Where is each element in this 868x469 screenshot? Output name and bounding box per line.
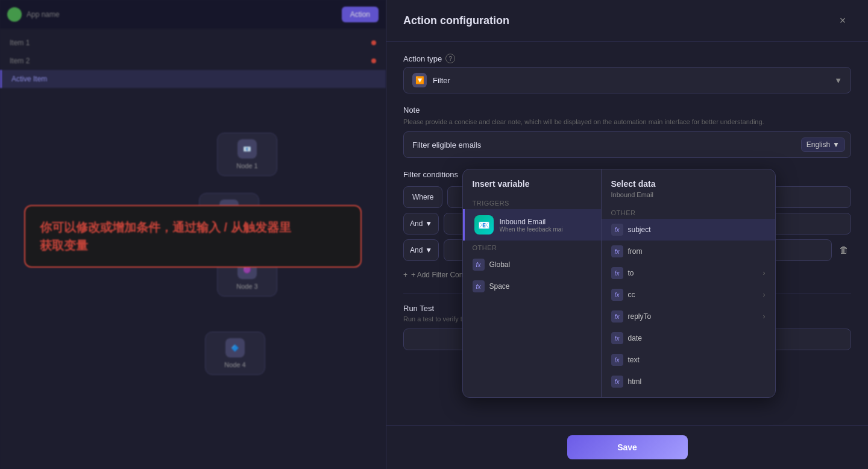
data-item-date-label: date xyxy=(628,334,642,342)
fx-icon-to: fx xyxy=(611,267,623,279)
note-label: Note xyxy=(403,105,851,115)
lang-chevron-icon: ▼ xyxy=(832,140,840,149)
other-section-label: Other xyxy=(463,241,601,254)
filter-icon: 🔽 xyxy=(412,73,427,87)
sidebar-item-active: Active Item xyxy=(0,70,386,88)
top-bar: App name Action xyxy=(0,0,386,29)
data-item-replyto-label: replyTo xyxy=(628,312,652,321)
canvas-area: 📧 Node 1 🔵 Node 2 🟣 Node 3 🔷 Node 4 xyxy=(193,121,386,469)
node-icon-4: 🔷 xyxy=(225,338,245,357)
action-type-value: Filter xyxy=(433,76,450,85)
note-input-wrap: Filter eligible emails English ▼ xyxy=(403,131,851,158)
panel-header: Action configuration × xyxy=(386,0,868,42)
popup-left-panel: Insert variable Triggers 📧 Inbound Email… xyxy=(463,169,602,397)
data-item-html[interactable]: fx html xyxy=(602,371,775,392)
fx-icon-text: fx xyxy=(611,354,623,366)
note-input[interactable]: Filter eligible emails xyxy=(403,131,851,158)
action-type-label: Action type ? xyxy=(403,54,851,63)
sidebar-item-1: Item 1 xyxy=(0,34,386,52)
action-type-dropdown[interactable]: 🔽 Filter ▼ xyxy=(403,67,851,93)
save-button[interactable]: Save xyxy=(567,435,688,459)
fx-icon-space: fx xyxy=(473,280,485,292)
canvas-node-4: 🔷 Node 4 xyxy=(205,332,265,375)
fx-icon-subject: fx xyxy=(611,224,623,236)
triggers-section-label: Triggers xyxy=(463,196,601,209)
dropdown-chevron: ▼ xyxy=(834,76,842,85)
warning-tooltip: 你可以修改或增加条件，通过输入 / 从触发器里 获取变量 xyxy=(24,205,362,268)
sidebar-list: Item 1 Item 2 Active Item xyxy=(0,29,386,93)
fx-icon-replyto: fx xyxy=(611,310,623,323)
app-name-text: App name xyxy=(27,10,60,19)
fx-icon-global: fx xyxy=(473,259,485,271)
data-item-date[interactable]: fx date xyxy=(602,327,775,349)
to-chevron-icon: › xyxy=(763,269,766,277)
left-background-panel: App name Action Item 1 Item 2 Active Ite… xyxy=(0,0,386,469)
sidebar-item-badge-2 xyxy=(371,58,376,63)
data-item-from-label: from xyxy=(628,247,643,256)
select-data-subtitle: Inbound Email xyxy=(602,191,775,206)
fx-icon-date: fx xyxy=(611,332,623,344)
data-item-subject-label: subject xyxy=(628,225,651,234)
popup-right-panel: Select data Inbound Email Other fx subje… xyxy=(602,169,775,397)
global-label: Global xyxy=(489,260,511,269)
action-config-panel: Action configuration × Action type ? 🔽 F… xyxy=(386,0,868,469)
top-bar-action-button[interactable]: Action xyxy=(342,7,379,22)
trigger-item-inbound-email[interactable]: 📧 Inbound Email When the feedback mai xyxy=(463,209,601,241)
data-item-text-label: text xyxy=(628,356,640,364)
data-item-cc[interactable]: fx cc › xyxy=(602,284,775,306)
data-item-subject[interactable]: fx subject xyxy=(602,219,775,241)
panel-footer: Save xyxy=(386,425,868,469)
trigger-name: Inbound Email xyxy=(500,218,591,226)
language-selector[interactable]: English ▼ xyxy=(801,137,845,152)
trigger-email-icon: 📧 xyxy=(474,215,494,234)
sidebar-item-badge xyxy=(371,40,376,45)
insert-variable-popup: Insert variable Triggers 📧 Inbound Email… xyxy=(462,169,776,398)
data-item-cc-label: cc xyxy=(628,291,635,299)
replyto-chevron-icon: › xyxy=(763,312,766,321)
app-logo xyxy=(7,7,22,22)
global-item[interactable]: fx Global xyxy=(463,254,601,275)
select-data-other-label: Other xyxy=(602,206,775,219)
note-desc: Please provide a concise and clear note,… xyxy=(403,118,851,125)
data-item-partial[interactable]: fx ··· xyxy=(602,392,775,397)
data-item-to[interactable]: fx to › xyxy=(602,262,775,284)
close-button[interactable]: × xyxy=(834,12,851,29)
data-item-from[interactable]: fx from xyxy=(602,241,775,262)
sidebar-item-2: Item 2 xyxy=(0,52,386,70)
data-item-text[interactable]: fx text xyxy=(602,349,775,371)
canvas-node-1: 📧 Node 1 xyxy=(217,133,277,176)
panel-title: Action configuration xyxy=(403,14,509,27)
data-item-html-label: html xyxy=(628,377,642,386)
select-data-title: Select data xyxy=(602,179,775,191)
node-icon-1: 📧 xyxy=(237,139,257,159)
popup-title: Insert variable xyxy=(463,179,601,196)
trigger-text: Inbound Email When the feedback mai xyxy=(500,218,591,233)
fx-icon-from: fx xyxy=(611,245,623,257)
cc-chevron-icon: › xyxy=(763,291,766,299)
data-item-replyto[interactable]: fx replyTo › xyxy=(602,306,775,327)
trigger-desc: When the feedback mai xyxy=(500,226,591,233)
insert-variable-popup-overlay: Insert variable Triggers 📧 Inbound Email… xyxy=(386,169,851,398)
action-type-help-icon[interactable]: ? xyxy=(445,54,455,63)
space-label: Space xyxy=(489,282,510,291)
data-item-to-label: to xyxy=(628,269,634,277)
fx-icon-html: fx xyxy=(611,376,623,388)
space-item[interactable]: fx Space xyxy=(463,275,601,297)
fx-icon-cc: fx xyxy=(611,289,623,301)
